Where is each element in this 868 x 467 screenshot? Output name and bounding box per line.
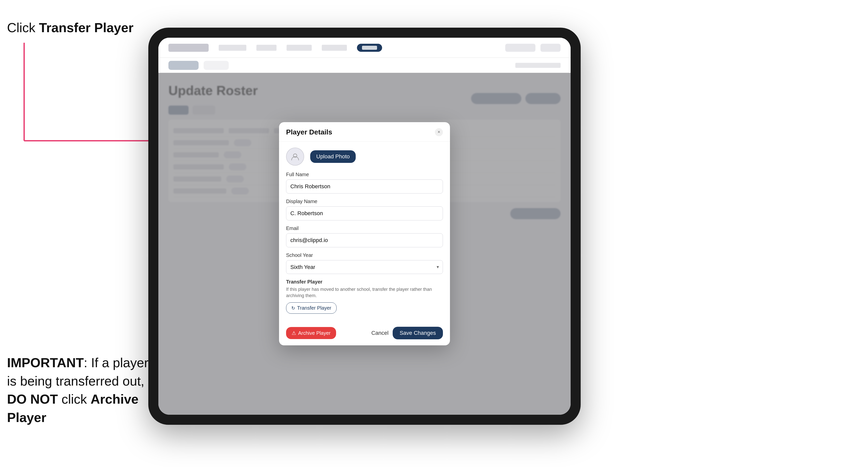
- player-details-modal: Player Details ×: [279, 122, 450, 345]
- tablet-screen: Update Roster: [158, 38, 570, 415]
- instruction-important-label: IMPORTANT: [7, 355, 84, 370]
- nav-item-active: [357, 44, 382, 52]
- instruction-bottom: IMPORTANT: If a player is being transfer…: [7, 354, 153, 427]
- full-name-group: Full Name: [286, 172, 443, 193]
- modal-header: Player Details ×: [279, 122, 450, 142]
- person-icon: [290, 152, 300, 161]
- nav-bar: [158, 38, 570, 58]
- transfer-refresh-icon: ↻: [291, 305, 295, 311]
- instruction-do-not: DO NOT: [7, 392, 58, 406]
- instruction-bottom-text2: click: [58, 392, 91, 406]
- email-input[interactable]: [286, 233, 443, 247]
- instruction-top-text: Click: [7, 20, 39, 35]
- email-group: Email: [286, 225, 443, 247]
- email-label: Email: [286, 225, 443, 231]
- transfer-player-button[interactable]: ↻ Transfer Player: [286, 302, 337, 314]
- photo-upload-row: Upload Photo: [286, 148, 443, 166]
- full-name-label: Full Name: [286, 172, 443, 178]
- cancel-button[interactable]: Cancel: [371, 330, 389, 336]
- display-name-group: Display Name: [286, 198, 443, 220]
- display-name-input[interactable]: [286, 206, 443, 220]
- archive-warning-icon: ⚠: [291, 330, 296, 336]
- nav-item-schedule: [286, 45, 312, 51]
- save-changes-button[interactable]: Save Changes: [393, 327, 443, 339]
- archive-button-label: Archive Player: [298, 330, 331, 336]
- nav-right-section: [505, 44, 561, 52]
- school-year-select[interactable]: Sixth Year First Year Second Year Third …: [286, 260, 443, 274]
- instruction-top: Click Transfer Player: [7, 20, 133, 35]
- modal-body: Upload Photo Full Name Display Name: [279, 142, 450, 327]
- school-year-select-wrapper: Sixth Year First Year Second Year Third …: [286, 260, 443, 274]
- tablet-device: Update Roster: [148, 28, 581, 425]
- arrow-graphic: [12, 43, 168, 158]
- school-year-label: School Year: [286, 252, 443, 258]
- nav-item-analytics: [322, 45, 347, 51]
- app-background: Update Roster: [158, 38, 570, 415]
- modal-title: Player Details: [286, 128, 332, 136]
- full-name-input[interactable]: [286, 180, 443, 193]
- modal-close-button[interactable]: ×: [435, 128, 443, 136]
- content-area: Update Roster: [158, 73, 570, 415]
- transfer-button-label: Transfer Player: [297, 305, 331, 311]
- instruction-top-bold: Transfer Player: [39, 20, 133, 35]
- school-year-group: School Year Sixth Year First Year Second…: [286, 252, 443, 274]
- archive-player-button[interactable]: ⚠ Archive Player: [286, 327, 336, 339]
- avatar-placeholder: [286, 148, 304, 166]
- transfer-section-label: Transfer Player: [286, 279, 443, 285]
- app-logo: [168, 44, 209, 52]
- transfer-player-section: Transfer Player If this player has moved…: [286, 279, 443, 314]
- modal-footer: ⚠ Archive Player Cancel Save Changes: [279, 327, 450, 345]
- sub-nav: [158, 58, 570, 73]
- nav-item-dashboard: [219, 45, 246, 51]
- display-name-label: Display Name: [286, 198, 443, 204]
- transfer-section-description: If this player has moved to another scho…: [286, 286, 443, 299]
- upload-photo-button[interactable]: Upload Photo: [310, 150, 356, 163]
- modal-overlay: Player Details ×: [158, 73, 570, 415]
- nav-item-team: [256, 45, 277, 51]
